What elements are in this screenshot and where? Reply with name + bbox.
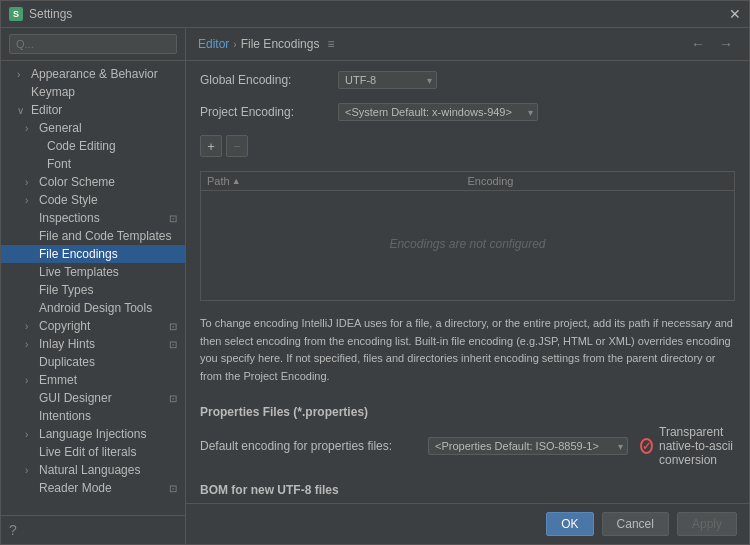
sidebar-item-label: Language Injections [39, 427, 177, 441]
sidebar-item-label: File and Code Templates [39, 229, 177, 243]
expand-arrow: › [25, 177, 35, 188]
settings-badge-icon: ⊡ [169, 339, 177, 350]
sidebar-item-label: Intentions [39, 409, 177, 423]
app-icon: S [9, 7, 23, 21]
nav-back-button[interactable]: ← [687, 36, 709, 52]
sidebar-item-language-injections[interactable]: › Language Injections [1, 425, 185, 443]
encodings-table: Path ▲ Encoding Encodings are not config… [200, 171, 735, 301]
close-button[interactable]: ✕ [729, 7, 741, 21]
sidebar-item-font[interactable]: Font [1, 155, 185, 173]
nav-forward-button[interactable]: → [715, 36, 737, 52]
props-encoding-label: Default encoding for properties files: [200, 439, 420, 453]
sidebar-item-file-types[interactable]: File Types [1, 281, 185, 299]
global-encoding-row: Global Encoding: UTF-8 ISO-8859-1 window… [200, 71, 735, 89]
project-encoding-select-wrapper: <System Default: x-windows-949> UTF-8 IS… [338, 103, 538, 121]
settings-badge-icon: ⊡ [169, 321, 177, 332]
expand-arrow: › [25, 465, 35, 476]
sidebar-item-label: Inlay Hints [39, 337, 165, 351]
transparent-label: Transparent native-to-ascii conversion [659, 425, 735, 467]
sidebar-item-inspections[interactable]: Inspections ⊡ [1, 209, 185, 227]
sidebar-item-appearance[interactable]: › Appearance & Behavior [1, 65, 185, 83]
bom-section: BOM for new UTF-8 files Create UTF-8 fil… [200, 477, 735, 503]
sidebar-item-label: General [39, 121, 177, 135]
sidebar: › Appearance & Behavior Keymap ∨ Editor … [1, 28, 186, 544]
sidebar-item-file-encodings[interactable]: File Encodings [1, 245, 185, 263]
sidebar-item-label: Keymap [31, 85, 177, 99]
sidebar-item-label: Android Design Tools [39, 301, 177, 315]
breadcrumb-parent[interactable]: Editor [198, 37, 229, 51]
properties-section: Properties Files (*.properties) Default … [200, 399, 735, 467]
sidebar-item-inlay-hints[interactable]: › Inlay Hints ⊡ [1, 335, 185, 353]
sidebar-item-label: Copyright [39, 319, 165, 333]
sidebar-item-android-design-tools[interactable]: Android Design Tools [1, 299, 185, 317]
expand-arrow: › [25, 195, 35, 206]
project-encoding-row: Project Encoding: <System Default: x-win… [200, 103, 735, 121]
global-encoding-label: Global Encoding: [200, 73, 330, 87]
cancel-button[interactable]: Cancel [602, 512, 669, 536]
add-encoding-button[interactable]: + [200, 135, 222, 157]
ok-button[interactable]: OK [546, 512, 593, 536]
remove-encoding-button[interactable]: − [226, 135, 248, 157]
sidebar-item-code-editing[interactable]: Code Editing [1, 137, 185, 155]
props-encoding-select[interactable]: <Properties Default: ISO-8859-1> UTF-8 I… [428, 437, 628, 455]
expand-arrow: › [25, 429, 35, 440]
table-header: Path ▲ Encoding [201, 172, 734, 191]
sidebar-item-label: Inspections [39, 211, 165, 225]
sidebar-item-copyright[interactable]: › Copyright ⊡ [1, 317, 185, 335]
encoding-column-header: Encoding [468, 175, 729, 187]
sidebar-item-label: Live Templates [39, 265, 177, 279]
sidebar-item-reader-mode[interactable]: Reader Mode ⊡ [1, 479, 185, 497]
sidebar-item-label: Reader Mode [39, 481, 165, 495]
sidebar-item-natural-languages[interactable]: › Natural Languages [1, 461, 185, 479]
sidebar-item-label: File Types [39, 283, 177, 297]
empty-message: Encodings are not configured [389, 237, 545, 251]
title-bar-left: S Settings [9, 7, 72, 21]
settings-badge-icon: ⊡ [169, 483, 177, 494]
sidebar-item-duplicates[interactable]: Duplicates [1, 353, 185, 371]
project-encoding-label: Project Encoding: [200, 105, 330, 119]
table-body: Encodings are not configured [201, 191, 734, 297]
project-encoding-select[interactable]: <System Default: x-windows-949> UTF-8 IS… [338, 103, 538, 121]
sidebar-item-label: Editor [31, 103, 177, 117]
sidebar-item-code-style[interactable]: › Code Style [1, 191, 185, 209]
sidebar-item-label: Code Editing [47, 139, 177, 153]
sidebar-item-label: Font [47, 157, 177, 171]
sidebar-item-general[interactable]: › General [1, 119, 185, 137]
settings-badge-icon: ⊡ [169, 393, 177, 404]
breadcrumb-current: File Encodings [241, 37, 320, 51]
sidebar-item-label: Duplicates [39, 355, 177, 369]
sidebar-item-editor[interactable]: ∨ Editor [1, 101, 185, 119]
sidebar-item-label: Appearance & Behavior [31, 67, 177, 81]
sidebar-footer: ? [1, 515, 185, 544]
help-icon[interactable]: ? [9, 522, 17, 538]
sidebar-item-emmet[interactable]: › Emmet [1, 371, 185, 389]
expand-arrow: › [25, 123, 35, 134]
sidebar-item-intentions[interactable]: Intentions [1, 407, 185, 425]
search-input[interactable] [9, 34, 177, 54]
encodings-toolbar: + − [200, 135, 735, 157]
dialog-body: › Appearance & Behavior Keymap ∨ Editor … [1, 28, 749, 544]
title-bar: S Settings ✕ [1, 1, 749, 28]
settings-dialog: S Settings ✕ › Appearance & Behavior Key… [0, 0, 750, 545]
props-encoding-select-wrapper: <Properties Default: ISO-8859-1> UTF-8 I… [428, 437, 628, 455]
sidebar-item-label: Color Scheme [39, 175, 177, 189]
sidebar-item-label: File Encodings [39, 247, 177, 261]
apply-button[interactable]: Apply [677, 512, 737, 536]
transparent-checkbox-row: Transparent native-to-ascii conversion [640, 425, 735, 467]
sidebar-item-gui-designer[interactable]: GUI Designer ⊡ [1, 389, 185, 407]
breadcrumb-separator: › [233, 39, 236, 50]
sidebar-item-file-code-templates[interactable]: File and Code Templates [1, 227, 185, 245]
global-encoding-select[interactable]: UTF-8 ISO-8859-1 windows-1252 [338, 71, 437, 89]
sidebar-item-color-scheme[interactable]: › Color Scheme [1, 173, 185, 191]
sort-icon: ▲ [232, 176, 241, 186]
sidebar-item-label: GUI Designer [39, 391, 165, 405]
dialog-footer: OK Cancel Apply [186, 503, 749, 544]
sidebar-item-label: Natural Languages [39, 463, 177, 477]
settings-badge-icon: ⊡ [169, 213, 177, 224]
sidebar-item-live-edit-of-literals[interactable]: Live Edit of literals [1, 443, 185, 461]
sidebar-item-live-templates[interactable]: Live Templates [1, 263, 185, 281]
sidebar-item-keymap[interactable]: Keymap [1, 83, 185, 101]
expand-arrow: ∨ [17, 105, 27, 116]
transparent-checkbox[interactable] [640, 438, 653, 454]
sidebar-item-label: Emmet [39, 373, 177, 387]
